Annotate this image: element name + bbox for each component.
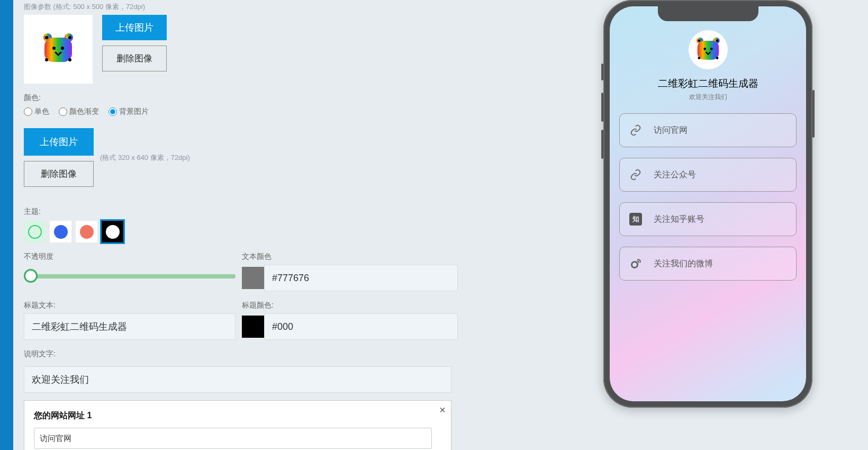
preview-link-label: 关注知乎账号 (654, 214, 704, 225)
link-icon (629, 168, 642, 181)
radio-gradient-label: 颜色渐变 (69, 107, 99, 116)
rainbow-bear-icon (39, 30, 77, 68)
svg-point-17 (716, 57, 718, 59)
radio-solid-input[interactable] (24, 107, 32, 116)
svg-point-15 (716, 40, 718, 42)
title-text-input[interactable] (24, 313, 236, 340)
delete-bg-button[interactable]: 删除图像 (24, 161, 94, 187)
url-card-heading: 您的网站网址 1 (34, 410, 441, 421)
phone-side-button (812, 90, 815, 138)
color-label: 颜色: (24, 93, 593, 103)
svg-point-8 (68, 58, 71, 61)
title-color-input[interactable] (264, 313, 458, 340)
preview-title: 二维彩虹二维码生成器 (610, 77, 806, 91)
svg-point-6 (68, 36, 71, 39)
theme-label: 主题: (24, 207, 593, 217)
bg-format-hint: (格式 320 x 640 像素，72dpi) (100, 153, 190, 163)
title-text-label: 标题文本: (24, 301, 236, 310)
preview-link-item[interactable]: 关注我们的微博 (619, 247, 797, 281)
rainbow-bear-icon (693, 35, 723, 65)
svg-point-13 (710, 48, 712, 50)
radio-bg-image[interactable]: 背景图片 (108, 107, 149, 116)
svg-point-14 (698, 40, 700, 42)
svg-point-16 (698, 57, 700, 59)
upload-logo-button[interactable]: 上传图片 (102, 15, 167, 40)
url-card: × 您的网站网址 1 (24, 400, 451, 450)
svg-point-5 (45, 36, 48, 39)
url-input[interactable] (34, 428, 432, 449)
title-color-label: 标题颜色: (242, 301, 458, 310)
radio-gradient-input[interactable] (59, 107, 67, 116)
color-mode-radio-group: 单色 颜色渐变 背景图片 (24, 107, 593, 116)
svg-rect-2 (44, 38, 72, 62)
preview-link-item[interactable]: 知关注知乎账号 (619, 202, 797, 236)
theme-option-green[interactable] (24, 221, 46, 242)
preview-link-item[interactable]: 关注公众号 (619, 158, 797, 192)
svg-point-12 (703, 48, 706, 50)
text-color-input[interactable] (264, 265, 458, 291)
weibo-icon (629, 257, 642, 270)
phone-frame: 二维彩虹二维码生成器 欢迎关注我们 访问官网关注公众号知关注知乎账号关注我们的微… (603, 0, 812, 408)
radio-solid[interactable]: 单色 (24, 107, 49, 116)
radio-bgimage-label: 背景图片 (119, 107, 149, 116)
phone-side-button (601, 64, 603, 80)
upload-bg-button[interactable]: 上传图片 (24, 128, 94, 156)
svg-rect-11 (697, 41, 718, 60)
image-params-hint: 图像参数 (格式: 500 x 500 像素，72dpi) (24, 2, 593, 12)
svg-point-3 (52, 47, 56, 50)
phone-notch (658, 6, 758, 21)
text-color-swatch[interactable] (242, 267, 264, 289)
zhi-icon: 知 (629, 213, 642, 226)
link-icon (629, 124, 642, 137)
opacity-label: 不透明度 (24, 252, 236, 262)
theme-picker (24, 221, 593, 242)
logo-preview-box (24, 15, 93, 84)
radio-gradient[interactable]: 颜色渐变 (59, 107, 99, 116)
phone-screen: 二维彩虹二维码生成器 欢迎关注我们 访问官网关注公众号知关注知乎账号关注我们的微… (610, 6, 806, 401)
preview-link-list: 访问官网关注公众号知关注知乎账号关注我们的微博 (610, 102, 806, 281)
svg-point-7 (45, 58, 48, 61)
settings-panel: 图像参数 (格式: 500 x 500 像素，72dpi) (13, 0, 603, 450)
delete-logo-button[interactable]: 删除图像 (102, 46, 167, 71)
opacity-slider-thumb[interactable] (24, 269, 38, 283)
preview-link-item[interactable]: 访问官网 (619, 113, 797, 147)
svg-point-19 (632, 263, 637, 267)
title-color-swatch[interactable] (242, 316, 264, 338)
radio-bgimage-input[interactable] (108, 107, 117, 116)
opacity-slider[interactable] (24, 268, 236, 284)
sidebar-strip (0, 0, 13, 450)
preview-link-label: 访问官网 (654, 125, 688, 136)
preview-subtitle: 欢迎关注我们 (610, 93, 806, 102)
phone-side-button (601, 93, 603, 122)
theme-option-coral[interactable] (76, 221, 97, 242)
close-icon[interactable]: × (439, 404, 446, 416)
phone-preview-pane: 二维彩虹二维码生成器 欢迎关注我们 访问官网关注公众号知关注知乎账号关注我们的微… (603, 0, 868, 450)
svg-point-4 (61, 47, 64, 50)
preview-logo (689, 30, 728, 69)
theme-option-black[interactable] (102, 221, 123, 242)
preview-link-label: 关注我们的微博 (654, 258, 713, 269)
description-label: 说明文字: (24, 349, 593, 359)
text-color-label: 文本颜色 (242, 252, 458, 262)
phone-side-button (601, 130, 603, 159)
description-input[interactable] (24, 366, 451, 393)
preview-link-label: 关注公众号 (654, 169, 696, 181)
theme-option-blue[interactable] (50, 221, 71, 242)
radio-solid-label: 单色 (34, 107, 49, 116)
